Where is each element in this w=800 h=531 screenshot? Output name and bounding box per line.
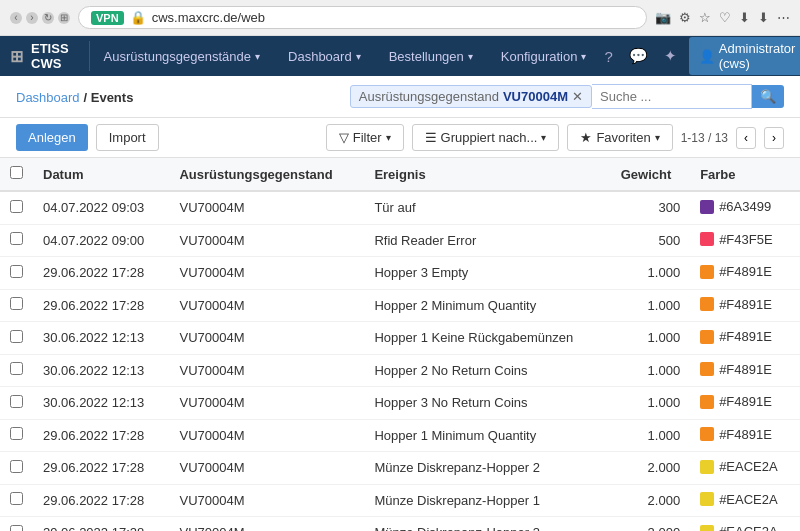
color-label: #F43F5E [719,232,772,247]
search-area: Ausrüstungsgegenstand VU70004M ✕ 🔍 [350,84,784,109]
search-input[interactable] [592,84,752,109]
heart-icon[interactable]: ♡ [719,10,731,25]
nav-label-konfiguration: Konfiguration [501,49,578,64]
chat-icon[interactable]: 💬 [625,43,652,69]
row-checkbox[interactable] [10,460,23,473]
row-checkbox-cell[interactable] [0,322,33,355]
nav-item-dashboard[interactable]: Dashboard ▾ [274,36,375,76]
browser-nav-buttons[interactable]: ‹ › ↻ ⊞ [10,12,70,24]
row-checkbox-cell[interactable] [0,387,33,420]
table-row: 29.06.2022 17:28 VU70004M Münze Diskrepa… [0,452,800,485]
row-datum: 30.06.2022 12:13 [33,322,169,355]
nav-item-konfiguration[interactable]: Konfiguration ▾ [487,36,601,76]
color-dot [700,330,714,344]
forward-button[interactable]: › [26,12,38,24]
row-checkbox-cell[interactable] [0,191,33,224]
nav-menu: Ausrüstungsgegenstände ▾ Dashboard ▾ Bes… [90,36,601,76]
row-checkbox[interactable] [10,330,23,343]
help-icon[interactable]: ? [600,44,616,69]
settings-icon[interactable]: ⚙ [679,10,691,25]
row-ausruestung: VU70004M [169,354,364,387]
col-header-ausruestung: Ausrüstungsgegenstand [169,158,364,191]
nav-label-bestellungen: Bestellungen [389,49,464,64]
active-filter-tag: Ausrüstungsgegenstand VU70004M ✕ [350,85,592,108]
download2-icon[interactable]: ⬇ [758,10,769,25]
row-checkbox-cell[interactable] [0,419,33,452]
prev-page-button[interactable]: ‹ [736,127,756,149]
breadcrumb-parent-link[interactable]: Dashboard [16,90,80,105]
nav-item-bestellungen[interactable]: Bestellungen ▾ [375,36,487,76]
color-label: #F4891E [719,427,772,442]
download-icon[interactable]: ⬇ [739,10,750,25]
row-checkbox-cell[interactable] [0,452,33,485]
row-farbe: #F43F5E [690,224,800,257]
row-checkbox-cell[interactable] [0,354,33,387]
row-checkbox-cell[interactable] [0,484,33,517]
row-datum: 29.06.2022 17:28 [33,257,169,290]
table-row: 04.07.2022 09:00 VU70004M Rfid Reader Er… [0,224,800,257]
user-label: Administrator (cws) [719,41,796,71]
row-farbe: #EACE2A [690,517,800,532]
bookmark-icon[interactable]: ☆ [699,10,711,25]
select-all-checkbox[interactable] [10,166,23,179]
group-by-button[interactable]: ☰ Gruppiert nach... ▾ [412,124,560,151]
color-dot [700,232,714,246]
activity-icon[interactable]: ✦ [660,43,681,69]
row-gewicht: 1.000 [611,322,690,355]
row-ereignis: Hopper 2 No Return Coins [364,354,610,387]
col-header-gewicht: Gewicht [611,158,690,191]
filter-key-label: Ausrüstungsgegenstand [359,89,499,104]
row-gewicht: 300 [611,191,690,224]
more-icon[interactable]: ⋯ [777,10,790,25]
favorites-button[interactable]: ★ Favoriten ▾ [567,124,672,151]
row-checkbox[interactable] [10,427,23,440]
row-checkbox[interactable] [10,297,23,310]
row-ausruestung: VU70004M [169,517,364,532]
row-ereignis: Münze Diskrepanz-Hopper 3 [364,517,610,532]
row-farbe: #F4891E [690,257,800,290]
color-dot [700,395,714,409]
color-dot [700,460,714,474]
app-logo: ⊞ ETISS CWS [10,41,90,71]
chevron-down-icon: ▾ [468,51,473,62]
select-all-header[interactable] [0,158,33,191]
row-gewicht: 2.000 [611,452,690,485]
events-table: Datum Ausrüstungsgegenstand Ereignis Gew… [0,158,800,531]
row-ausruestung: VU70004M [169,191,364,224]
row-checkbox[interactable] [10,395,23,408]
nav-item-ausruestung[interactable]: Ausrüstungsgegenstände ▾ [90,36,274,76]
color-label: #F4891E [719,394,772,409]
row-checkbox[interactable] [10,492,23,505]
row-checkbox[interactable] [10,265,23,278]
create-button[interactable]: Anlegen [16,124,88,151]
filter-label: Filter [353,130,382,145]
row-checkbox[interactable] [10,525,23,531]
search-button[interactable]: 🔍 [752,85,784,108]
row-checkbox[interactable] [10,362,23,375]
row-farbe: #EACE2A [690,484,800,517]
row-checkbox-cell[interactable] [0,517,33,532]
filter-button[interactable]: ▽ Filter ▾ [326,124,404,151]
row-checkbox-cell[interactable] [0,289,33,322]
reload-button[interactable]: ↻ [42,12,54,24]
back-button[interactable]: ‹ [10,12,22,24]
color-dot [700,427,714,441]
color-badge: #F4891E [700,329,772,344]
address-bar[interactable]: VPN 🔒 cws.maxcrc.de/web [78,6,647,29]
import-button[interactable]: Import [96,124,159,151]
row-checkbox-cell[interactable] [0,257,33,290]
row-ausruestung: VU70004M [169,224,364,257]
apps-button[interactable]: ⊞ [58,12,70,24]
user-menu-button[interactable]: 👤 Administrator (cws) [689,37,800,75]
row-checkbox[interactable] [10,200,23,213]
color-dot [700,525,714,532]
row-checkbox[interactable] [10,232,23,245]
table-row: 29.06.2022 17:28 VU70004M Hopper 2 Minim… [0,289,800,322]
color-label: #F4891E [719,264,772,279]
star-icon: ★ [580,130,592,145]
next-page-button[interactable]: › [764,127,784,149]
row-checkbox-cell[interactable] [0,224,33,257]
filter-remove-button[interactable]: ✕ [572,89,583,104]
screenshot-icon[interactable]: 📷 [655,10,671,25]
row-ereignis: Münze Diskrepanz-Hopper 2 [364,452,610,485]
